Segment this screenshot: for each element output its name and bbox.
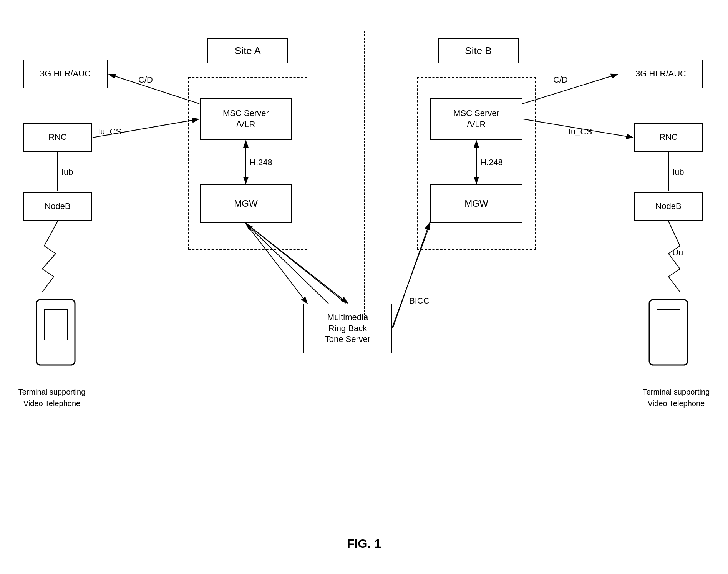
lightning-right-5 — [668, 277, 680, 292]
phone-left — [25, 296, 86, 380]
lightning-left-4 — [42, 269, 54, 277]
iu-cs-right-arrow — [523, 119, 633, 138]
lightning-left-1 — [44, 221, 58, 246]
lightning-left-2 — [44, 246, 56, 254]
nodeb-right: NodeB — [634, 192, 703, 221]
iub-left-label: Iub — [61, 167, 73, 177]
lightning-left-3 — [42, 254, 56, 269]
site-a-label: Site A — [207, 38, 288, 63]
lightning-right-3 — [668, 254, 680, 269]
mgw-left: MGW — [200, 184, 292, 223]
svg-rect-3 — [44, 309, 67, 340]
cd-right-label: C/D — [553, 75, 568, 85]
msc-server-left: MSC Server/VLR — [200, 98, 292, 140]
iu-cs-right-label: Iu_CS — [569, 127, 592, 136]
fig-label: FIG. 1 — [0, 537, 728, 551]
svg-rect-5 — [657, 309, 680, 340]
mgw-right: MGW — [430, 184, 522, 223]
cd-left-arrow — [109, 74, 199, 104]
terminal-label-right: Terminal supportingVideo Telephone — [632, 386, 720, 409]
hlr-auc-left: 3G HLR/AUC — [23, 60, 108, 88]
mrbt-server: MultimediaRing BackTone Server — [303, 304, 392, 353]
bicc-label: BICC — [409, 296, 430, 305]
msc-server-right: MSC Server/VLR — [430, 98, 522, 140]
lightning-right-1 — [668, 221, 680, 246]
terminal-label-left: Terminal supportingVideo Telephone — [10, 386, 94, 409]
rnc-left: RNC — [23, 123, 92, 152]
nodeb-left: NodeB — [23, 192, 92, 221]
iu-cs-left-label: Iu_CS — [98, 127, 121, 136]
uu-label: Uu — [672, 248, 683, 257]
iu-cs-left-arrow — [93, 119, 199, 138]
diagram: Site A Site B 3G HLR/AUC 3G HLR/AUC RNC … — [0, 0, 728, 574]
lightning-right-4 — [668, 269, 680, 277]
iub-right-label: Iub — [672, 167, 684, 177]
phone-right — [638, 296, 699, 380]
cd-left-label: C/D — [138, 75, 153, 85]
hlr-auc-right: 3G HLR/AUC — [619, 60, 703, 88]
lightning-right-2 — [668, 246, 680, 254]
rnc-right: RNC — [634, 123, 703, 152]
site-b-label: Site B — [438, 38, 519, 63]
lightning-left-5 — [42, 277, 54, 292]
vertical-divider — [364, 31, 365, 319]
cd-right-arrow — [522, 74, 618, 104]
